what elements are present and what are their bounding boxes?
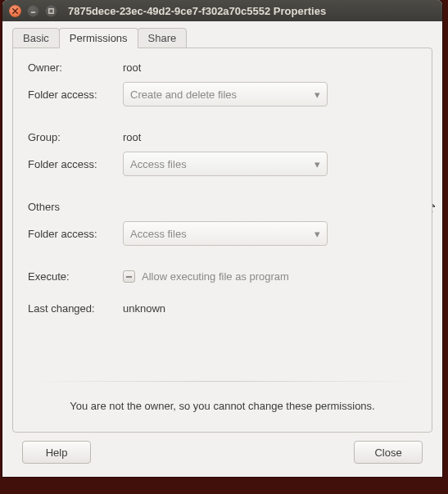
- window-close-button[interactable]: [9, 5, 21, 17]
- owner-label: Owner:: [28, 61, 120, 74]
- group-access-combo[interactable]: Access files ▾: [123, 152, 328, 176]
- others-access-label: Folder access:: [28, 228, 120, 240]
- maximize-icon: [48, 7, 55, 15]
- tab-basic[interactable]: Basic: [12, 28, 60, 48]
- dialog-footer: Help Close: [12, 433, 432, 467]
- group-access-label: Folder access:: [28, 158, 120, 170]
- ownership-notice: You are not the owner, so you cannot cha…: [28, 382, 417, 417]
- group-label: Group:: [28, 131, 120, 143]
- close-button[interactable]: Close: [354, 441, 423, 464]
- svg-rect-1: [49, 8, 53, 12]
- tab-permissions[interactable]: Permissions: [59, 28, 138, 48]
- content-area: Basic Permissions Share Owner: root Fold…: [2, 21, 442, 477]
- tabs: Basic Permissions Share: [12, 28, 432, 48]
- permissions-panel: Owner: root Folder access: Create and de…: [12, 48, 432, 433]
- owner-access-value: Create and delete files: [130, 88, 237, 101]
- permissions-grid: Owner: root Folder access: Create and de…: [28, 61, 417, 315]
- properties-window: 7875dece-23ec-49d2-9ce7-f302a70c5552 Pro…: [2, 0, 442, 477]
- others-access-value: Access files: [130, 228, 187, 240]
- chevron-down-icon: ▾: [315, 228, 320, 240]
- execute-label: Execute:: [28, 270, 120, 283]
- minimize-icon: [29, 7, 37, 15]
- tab-share[interactable]: Share: [138, 28, 188, 48]
- others-access-combo[interactable]: Access files ▾: [123, 221, 328, 246]
- owner-access-combo[interactable]: Create and delete files ▾: [123, 82, 328, 107]
- svg-rect-0: [31, 11, 35, 12]
- group-access-value: Access files: [130, 158, 187, 170]
- others-label: Others: [28, 201, 120, 213]
- owner-access-label: Folder access:: [28, 88, 120, 101]
- chevron-down-icon: ▾: [315, 88, 320, 101]
- indeterminate-icon: [126, 276, 132, 278]
- execute-check-label: Allow executing file as program: [142, 270, 289, 283]
- owner-value: root: [123, 61, 417, 74]
- close-icon: [11, 7, 19, 15]
- execute-checkbox[interactable]: [123, 270, 135, 283]
- help-button[interactable]: Help: [22, 441, 91, 464]
- lastchanged-label: Last changed:: [28, 302, 120, 315]
- window-minimize-button[interactable]: [27, 5, 39, 17]
- lastchanged-value: unknown: [123, 302, 417, 315]
- window-title: 7875dece-23ec-49d2-9ce7-f302a70c5552 Pro…: [68, 5, 326, 17]
- group-value: root: [123, 131, 417, 143]
- window-maximize-button[interactable]: [45, 5, 57, 17]
- titlebar: 7875dece-23ec-49d2-9ce7-f302a70c5552 Pro…: [2, 0, 442, 21]
- chevron-down-icon: ▾: [315, 158, 320, 170]
- execute-row: Allow executing file as program: [123, 270, 417, 283]
